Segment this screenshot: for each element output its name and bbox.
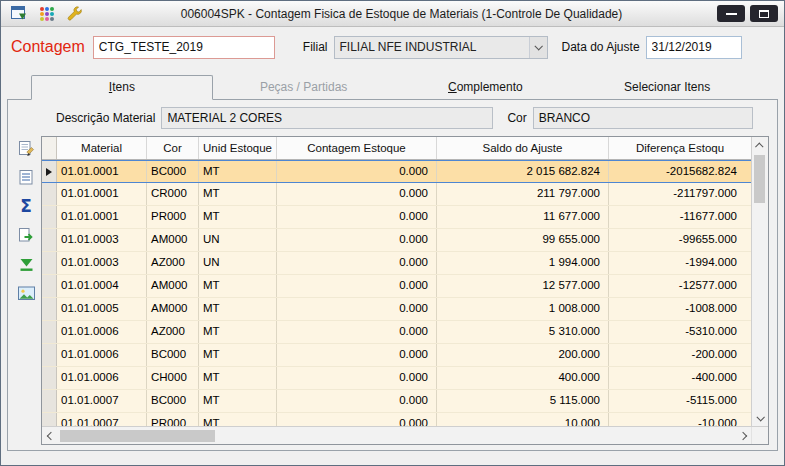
col-header-cor[interactable]: Cor [147, 137, 199, 159]
palette-button[interactable] [35, 4, 59, 24]
cell-saldo-ajuste[interactable]: 400.000 [437, 367, 609, 389]
row-selector[interactable] [42, 183, 57, 205]
cell-cor[interactable]: BC000 [147, 344, 199, 366]
cell-contagem-estoque[interactable]: 0.000 [277, 321, 437, 343]
table-row[interactable]: 01.01.0006 BC000 MT 0.000 200.000 -200.0… [42, 344, 751, 367]
cell-unid-estoque[interactable]: MT [199, 275, 277, 297]
col-header-material[interactable]: Material [57, 137, 147, 159]
table-row[interactable]: 01.01.0006 AZ000 MT 0.000 5 310.000 -531… [42, 321, 751, 344]
go-last-button[interactable] [15, 253, 37, 275]
vscroll-thumb[interactable] [754, 155, 765, 203]
cell-contagem-estoque[interactable]: 0.000 [277, 275, 437, 297]
cell-diferenca-estoque[interactable]: -5115.000 [609, 390, 751, 412]
scroll-up-button[interactable] [752, 137, 769, 154]
table-row[interactable]: 01.01.0003 AM000 UN 0.000 99 655.000 -99… [42, 229, 751, 252]
cell-saldo-ajuste[interactable]: 11 677.000 [437, 206, 609, 228]
vertical-scrollbar[interactable] [751, 137, 768, 426]
cell-unid-estoque[interactable]: MT [199, 321, 277, 343]
contagem-input[interactable] [93, 36, 275, 59]
image-button[interactable] [15, 282, 37, 304]
data-ajuste-input[interactable] [646, 36, 742, 59]
hscroll-thumb[interactable] [60, 430, 215, 442]
cell-material[interactable]: 01.01.0006 [57, 344, 147, 366]
scroll-left-button[interactable] [42, 427, 59, 444]
cell-diferenca-estoque[interactable]: -1008.000 [609, 298, 751, 320]
cell-diferenca-estoque[interactable]: -200.000 [609, 344, 751, 366]
cell-material[interactable]: 01.01.0005 [57, 298, 147, 320]
cell-contagem-estoque[interactable]: 0.000 [277, 413, 437, 426]
table-row[interactable]: 01.01.0001 BC000 MT 0.000 2 015 682.824 … [42, 160, 751, 183]
cell-unid-estoque[interactable]: MT [199, 367, 277, 389]
table-row[interactable]: 01.01.0005 AM000 MT 0.000 1 008.000 -100… [42, 298, 751, 321]
cell-saldo-ajuste[interactable]: 200.000 [437, 344, 609, 366]
tab-itens[interactable]: Itens [31, 75, 213, 100]
cell-diferenca-estoque[interactable]: -12577.000 [609, 275, 751, 297]
cell-contagem-estoque[interactable]: 0.000 [277, 390, 437, 412]
wrench-button[interactable] [63, 4, 87, 24]
cell-saldo-ajuste[interactable]: 1 008.000 [437, 298, 609, 320]
maximize-button[interactable] [750, 5, 778, 22]
cell-contagem-estoque[interactable]: 0.000 [277, 229, 437, 251]
filial-select[interactable]: FILIAL NFE INDUSTRIAL [334, 36, 548, 59]
cell-contagem-estoque[interactable]: 0.000 [277, 183, 437, 205]
cell-contagem-estoque[interactable]: 0.000 [277, 298, 437, 320]
list-rows-button[interactable] [15, 166, 37, 188]
cell-diferenca-estoque[interactable]: -1994.000 [609, 252, 751, 274]
table-row[interactable]: 01.01.0003 AZ000 UN 0.000 1 994.000 -199… [42, 252, 751, 275]
table-row[interactable]: 01.01.0004 AM000 MT 0.000 12 577.000 -12… [42, 275, 751, 298]
cell-cor[interactable]: AM000 [147, 229, 199, 251]
row-selector[interactable] [42, 206, 57, 228]
cell-unid-estoque[interactable]: MT [199, 344, 277, 366]
col-header-contagem-estoque[interactable]: Contagem Estoque [277, 137, 437, 159]
cell-contagem-estoque[interactable]: 0.000 [277, 367, 437, 389]
cell-saldo-ajuste[interactable]: 2 015 682.824 [437, 161, 609, 182]
row-selector[interactable] [42, 344, 57, 366]
cell-saldo-ajuste[interactable]: 211 797.000 [437, 183, 609, 205]
col-header-diferenca-estoque[interactable]: Diferença Estoqu [609, 137, 751, 159]
cell-saldo-ajuste[interactable]: 5 310.000 [437, 321, 609, 343]
hscroll-track[interactable] [59, 427, 734, 444]
cell-cor[interactable]: AM000 [147, 275, 199, 297]
cell-material[interactable]: 01.01.0001 [57, 161, 147, 182]
cell-unid-estoque[interactable]: MT [199, 161, 277, 182]
cell-material[interactable]: 01.01.0006 [57, 367, 147, 389]
cell-cor[interactable]: CH000 [147, 367, 199, 389]
row-selector[interactable] [42, 413, 57, 426]
cell-diferenca-estoque[interactable]: -400.000 [609, 367, 751, 389]
table-row[interactable]: 01.01.0001 PR000 MT 0.000 11 677.000 -11… [42, 206, 751, 229]
insert-row-button[interactable] [15, 137, 37, 159]
cell-diferenca-estoque[interactable]: -99655.000 [609, 229, 751, 251]
cell-unid-estoque[interactable]: MT [199, 413, 277, 426]
sum-button[interactable]: Σ [15, 195, 37, 217]
cell-material[interactable]: 01.01.0001 [57, 183, 147, 205]
cell-material[interactable]: 01.01.0001 [57, 206, 147, 228]
cell-saldo-ajuste[interactable]: 5 115.000 [437, 390, 609, 412]
scroll-down-button[interactable] [752, 409, 769, 426]
table-row[interactable]: 01.01.0006 CH000 MT 0.000 400.000 -400.0… [42, 367, 751, 390]
cell-contagem-estoque[interactable]: 0.000 [277, 206, 437, 228]
cell-diferenca-estoque[interactable]: -2015682.824 [609, 161, 751, 182]
cell-contagem-estoque[interactable]: 0.000 [277, 252, 437, 274]
cell-material[interactable]: 01.01.0007 [57, 413, 147, 426]
cell-cor[interactable]: BC000 [147, 161, 199, 182]
cell-diferenca-estoque[interactable]: -11677.000 [609, 206, 751, 228]
col-header-unid-estoque[interactable]: Unid Estoque [199, 137, 277, 159]
cell-diferenca-estoque[interactable]: -10.000 [609, 413, 751, 426]
vscroll-track[interactable] [752, 154, 768, 409]
cell-cor[interactable]: AZ000 [147, 252, 199, 274]
row-selector[interactable] [42, 390, 57, 412]
scroll-right-button[interactable] [734, 427, 751, 444]
row-selector[interactable] [42, 229, 57, 251]
cell-unid-estoque[interactable]: MT [199, 390, 277, 412]
row-selector[interactable] [42, 321, 57, 343]
cell-contagem-estoque[interactable]: 0.000 [277, 344, 437, 366]
export-grid-button[interactable] [15, 224, 37, 246]
cell-saldo-ajuste[interactable]: 1 994.000 [437, 252, 609, 274]
col-header-saldo-ajuste[interactable]: Saldo do Ajuste [437, 137, 609, 159]
cell-saldo-ajuste[interactable]: 10.000 [437, 413, 609, 426]
cell-cor[interactable]: CR000 [147, 183, 199, 205]
row-selector[interactable] [42, 161, 57, 182]
cell-cor[interactable]: PR000 [147, 413, 199, 426]
cell-unid-estoque[interactable]: MT [199, 206, 277, 228]
cell-material[interactable]: 01.01.0004 [57, 275, 147, 297]
